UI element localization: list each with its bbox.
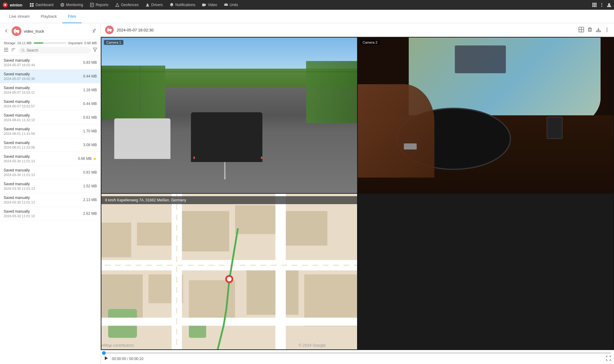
unit-name: video_truck (24, 29, 90, 34)
storage-value: 16.11 MB (17, 41, 32, 45)
file-item[interactable]: Saved manually 2024-03-30 11:01:13 1.52 … (0, 179, 101, 193)
sort-icon[interactable] (10, 47, 16, 54)
main-content: video_truck Storage 16.11 MB Important 0… (0, 23, 614, 364)
pin-button[interactable] (92, 28, 97, 34)
file-item[interactable]: Saved manually 2024-08-01 11:32:06 3.08 … (0, 138, 101, 152)
file-size: 2.62 MB (83, 211, 97, 216)
svg-rect-46 (107, 29, 112, 31)
nav-drivers[interactable]: Drivers (142, 2, 166, 8)
unit-header: video_truck (0, 23, 101, 39)
svg-rect-76 (101, 318, 357, 326)
filter-icon[interactable] (93, 47, 97, 53)
nav-geofences-label: Geofences (121, 3, 139, 7)
svg-rect-65 (281, 211, 327, 246)
file-item[interactable]: Saved manually 2024-05-07 16:02:44 0.83 … (0, 56, 101, 70)
left-panel: video_truck Storage 16.11 MB Important 0… (0, 23, 101, 364)
delete-button[interactable] (587, 27, 593, 33)
svg-rect-3 (30, 5, 31, 7)
more-options-button[interactable] (604, 27, 610, 33)
play-button[interactable] (104, 356, 109, 362)
file-name: Saved manually (4, 209, 81, 214)
file-date: 2024-08-01 11:31:59 (4, 132, 81, 135)
nav-video[interactable]: Video (199, 2, 220, 8)
file-info: Saved manually 2024-03-30 11:01:13 (4, 209, 81, 218)
file-info: Saved manually 2024-08-01 11:32:06 (4, 141, 81, 149)
file-size: 0.44 MB (83, 102, 97, 106)
file-item[interactable]: Saved manually 2024-08-01 11:32:13 0.61 … (0, 111, 101, 124)
file-item[interactable]: Saved manually 2024-05-07 16:02:30 0.44 … (0, 70, 101, 83)
svg-point-59 (607, 31, 608, 31)
file-item[interactable]: Saved manually 2024-08-01 11:31:59 1.70 … (0, 124, 101, 138)
location-overlay: 8 km/h Kapellenweg 7A, 01662 Meißen, Ger… (101, 196, 357, 204)
fullscreen-button[interactable] (606, 356, 611, 362)
app-logo[interactable]: winlon (2, 2, 22, 8)
nav-dashboard[interactable]: Dashboard (27, 2, 57, 8)
list-view-icon[interactable] (3, 47, 9, 54)
svg-point-31 (608, 3, 610, 5)
progress-bar[interactable] (104, 352, 611, 354)
svg-marker-87 (105, 356, 108, 360)
svg-rect-62 (137, 222, 171, 246)
file-info: Saved manually 2024-05-07 16:02:44 (4, 58, 81, 67)
nav-drivers-label: Drivers (151, 3, 163, 7)
tab-files[interactable]: Files (62, 10, 82, 23)
video-header-actions (579, 27, 610, 33)
nav-monitoring[interactable]: Monitoring (57, 2, 86, 8)
file-item[interactable]: Saved manually 2024-03-30 11:01:13 2.62 … (0, 207, 101, 221)
video-unit-avatar (105, 26, 114, 34)
nav-notifications[interactable]: Notifications (166, 2, 198, 8)
tab-live-stream[interactable]: Live stream (4, 10, 35, 23)
file-item[interactable]: Saved manually 2024-03-30 11:01:13 0.66 … (0, 152, 101, 166)
svg-point-29 (601, 5, 602, 5)
file-info: Saved manually 2024-05-07 16:02:30 (4, 72, 81, 81)
nav-notifications-label: Notifications (175, 3, 195, 7)
more-vertical-icon[interactable] (599, 2, 604, 7)
svg-marker-45 (93, 48, 97, 52)
file-date: 2024-05-07 15:03:11 (4, 91, 81, 94)
file-item[interactable]: Saved manually 2024-03-30 11:01:13 2.13 … (0, 193, 101, 207)
svg-rect-69 (247, 269, 298, 315)
back-button[interactable] (4, 28, 9, 34)
file-date: 2024-05-07 15:01:57 (4, 104, 81, 108)
svg-rect-27 (595, 6, 597, 7)
file-item[interactable]: Saved manually 2024-05-07 15:01:57 0.44 … (0, 97, 101, 111)
svg-marker-15 (205, 4, 206, 6)
file-date: 2024-05-07 16:02:44 (4, 63, 81, 67)
svg-rect-33 (14, 29, 16, 30)
video-header: 2024-05-07 16:02:30 (101, 23, 614, 37)
camera2-cell: Camera 2 (358, 38, 613, 193)
file-size: 0.44 MB (83, 74, 97, 78)
file-info: Saved manually 2024-05-07 15:01:57 (4, 99, 81, 108)
file-size: 0.61 MB (83, 115, 97, 120)
file-date: 2024-03-30 11:01:13 (4, 200, 81, 204)
nav-units[interactable]: Units (221, 2, 241, 8)
right-panel: 2024-05-07 16:02:30 Camera 1 (101, 23, 614, 364)
list-toolbar (0, 45, 101, 56)
svg-point-13 (147, 4, 148, 5)
file-size: 0.83 MB (83, 60, 97, 65)
svg-point-48 (108, 31, 109, 32)
file-item[interactable]: Saved manually 2024-03-30 11:01:13 0.91 … (0, 166, 101, 179)
controls-row: 00:00:00 / 00:00:10 (104, 356, 611, 362)
svg-rect-53 (588, 28, 591, 31)
download-button[interactable] (596, 27, 601, 33)
user-icon[interactable] (607, 2, 612, 7)
file-item[interactable]: Saved manually 2024-05-07 15:03:11 1.18 … (0, 83, 101, 97)
svg-point-30 (601, 6, 602, 7)
tab-playback[interactable]: Playback (35, 10, 62, 23)
storage-progress (34, 42, 67, 44)
search-input[interactable] (27, 48, 88, 52)
nav-reports[interactable]: Reports (87, 2, 111, 8)
file-name: Saved manually (4, 182, 81, 186)
star-icon[interactable]: ★ (93, 156, 97, 161)
grid-icon[interactable] (592, 2, 597, 7)
file-size: 0.91 MB (83, 170, 97, 175)
nav-geofences[interactable]: Geofences (112, 2, 142, 8)
file-name: Saved manually (4, 99, 81, 104)
svg-rect-4 (32, 5, 34, 7)
svg-rect-20 (594, 3, 595, 4)
svg-rect-37 (4, 48, 8, 49)
important-value: 0.66 MB (84, 41, 97, 45)
file-date: 2024-03-30 11:01:13 (4, 173, 81, 177)
split-view-button[interactable] (579, 27, 584, 33)
